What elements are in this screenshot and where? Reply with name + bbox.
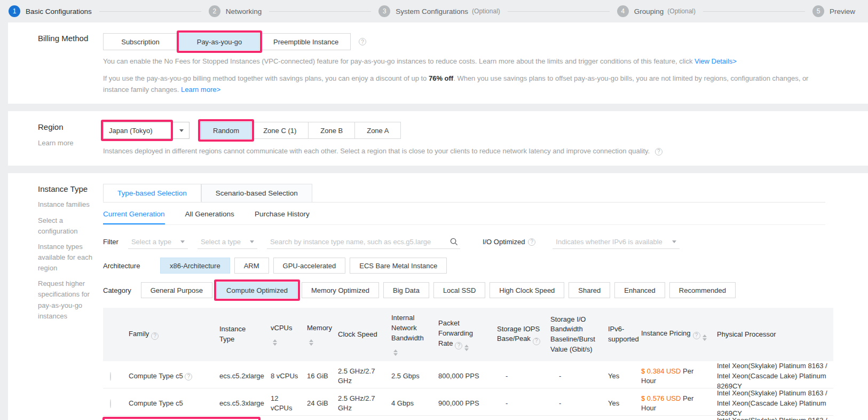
select-configuration-link[interactable]: Select a configuration: [38, 215, 103, 237]
dropdown-placeholder: Select a type: [201, 238, 241, 246]
price-value: $ 0.384 USD: [641, 367, 681, 375]
cat-enhanced-button[interactable]: Enhanced: [614, 282, 665, 298]
filter-row: Filter Select a type Select a type: [103, 235, 825, 249]
zone-random-button[interactable]: Random: [201, 122, 251, 139]
region-learn-more-link[interactable]: Learn more: [38, 138, 103, 149]
processor-cell: Intel Xeon(Skylake) Platinum 8163 / Inte…: [713, 361, 833, 392]
sort-icon[interactable]: [273, 339, 277, 346]
step-number-badge: 2: [209, 5, 220, 17]
billing-method-section: Billing Method Subscription Pay-as-you-g…: [8, 22, 868, 104]
tab-scenario-based-selection[interactable]: Scenario-based Selection: [201, 184, 312, 202]
sort-icon[interactable]: [393, 349, 398, 356]
ipv6-cell: Yes: [604, 371, 637, 382]
billing-note-2: If you use the pay-as-you-go billing met…: [103, 73, 825, 96]
chevron-down-icon: [250, 240, 254, 243]
col-storage-iops: Storage IOPS Base/Peak?: [493, 324, 546, 345]
billing-pay-as-you-go-label: Pay-as-you-go: [197, 38, 242, 46]
billing-help-icon[interactable]: ?: [359, 38, 366, 45]
region-select[interactable]: Japan (Tokyo): [103, 122, 190, 139]
ipv6-filter-dropdown[interactable]: Indicates whether IPv6 is available: [553, 235, 680, 249]
architecture-label: Architecture: [103, 262, 151, 270]
stepper-connector: [508, 11, 610, 12]
request-higher-specs-link[interactable]: Request higher specifications for pay-as…: [38, 278, 103, 322]
ecs-purchase-page: 1 Basic Configurations 2 Networking 3 Sy…: [0, 0, 868, 420]
sort-icon[interactable]: [703, 335, 707, 341]
table-row-c5-2xlarge: Compute Type c5 ? ecs.c5.2xlarge 8 vCPUs…: [103, 361, 833, 388]
col-instance-type: Instance Type: [215, 324, 266, 345]
instance-families-link[interactable]: Instance families: [38, 199, 103, 210]
arch-x86-button[interactable]: x86-Architecture: [160, 258, 230, 274]
subtab-all-generations[interactable]: All Generations: [185, 210, 234, 224]
pricing-cell: $ 0.576 USD Per Hour: [637, 394, 713, 414]
filter-label: Filter: [103, 238, 119, 246]
instance-search-input[interactable]: [267, 238, 448, 246]
type-filter-dropdown-1[interactable]: Select a type: [128, 235, 188, 249]
family-help-icon[interactable]: ?: [151, 332, 159, 340]
billing-note-2-text: If you use the pay-as-you-go billing met…: [103, 74, 429, 82]
step-optional-label: (Optional): [667, 7, 696, 15]
step-number-badge: 1: [9, 5, 20, 17]
billing-preemptible-button[interactable]: Preemptible Instance: [261, 33, 351, 50]
arch-arm-button[interactable]: ARM: [234, 258, 269, 274]
zone-c-button[interactable]: Zone C (1): [251, 122, 309, 139]
step-system-configurations[interactable]: 3 System Configurations (Optional): [378, 5, 500, 17]
col-instance-pricing: Instance Pricing?: [637, 329, 713, 341]
step-label: Basic Configurations: [26, 7, 92, 15]
row-radio[interactable]: [110, 372, 111, 381]
cat-memory-optimized-button[interactable]: Memory Optimized: [302, 282, 379, 298]
storage-io-cell: -: [546, 371, 604, 382]
family-cell: Compute Type c5: [124, 399, 215, 409]
view-details-link[interactable]: View Details>: [695, 57, 737, 65]
instance-types-available-link[interactable]: Instance types available for each region: [38, 242, 103, 274]
region-help-icon[interactable]: ?: [655, 148, 662, 155]
vcpus-cell: 8 vCPUs: [266, 371, 303, 382]
tab-type-based-selection[interactable]: Type-based Selection: [103, 184, 201, 202]
arch-gpu-button[interactable]: GPU-accelerated: [273, 258, 346, 274]
subtab-purchase-history[interactable]: Purchase History: [255, 210, 310, 224]
subtab-current-generation[interactable]: Current Generation: [103, 210, 165, 224]
annotation-box-selected-row: [102, 417, 261, 420]
sort-icon[interactable]: [309, 339, 313, 346]
zone-b-button[interactable]: Zone B: [308, 122, 355, 139]
cat-compute-optimized-button[interactable]: Compute Optimized: [217, 282, 297, 298]
cat-high-clock-speed-button[interactable]: High Clock Speed: [490, 282, 564, 298]
arch-bare-metal-button[interactable]: ECS Bare Metal Instance: [350, 258, 447, 274]
step-grouping[interactable]: 4 Grouping (Optional): [617, 5, 696, 17]
family-row-help-icon[interactable]: ?: [185, 373, 192, 380]
step-number-badge: 3: [378, 5, 390, 17]
step-basic-configurations[interactable]: 1 Basic Configurations: [9, 5, 92, 17]
category-label: Category: [103, 286, 131, 294]
iops-help-icon[interactable]: ?: [533, 338, 540, 345]
zone-a-button[interactable]: Zone A: [354, 122, 401, 139]
region-section: Region Learn more Japan (Tokyo) Random: [8, 111, 868, 166]
table-row-c5-3xlarge: Compute Type c5 ecs.c5.3xlarge 12 vCPUs …: [103, 388, 833, 416]
pricing-help-icon[interactable]: ?: [693, 332, 700, 339]
learn-more-link[interactable]: Learn more>: [181, 85, 220, 94]
io-optimized-help-icon[interactable]: ?: [528, 238, 535, 246]
type-filter-dropdown-2[interactable]: Select a type: [198, 235, 257, 249]
pps-help-icon[interactable]: ?: [455, 342, 462, 349]
billing-pay-as-you-go-button[interactable]: Pay-as-you-go: [179, 33, 259, 50]
cat-local-ssd-button[interactable]: Local SSD: [433, 282, 485, 298]
step-label: Networking: [226, 7, 262, 15]
billing-subscription-button[interactable]: Subscription: [103, 33, 178, 50]
sort-icon[interactable]: [464, 345, 469, 351]
search-icon[interactable]: [450, 238, 458, 246]
cat-shared-button[interactable]: Shared: [569, 282, 610, 298]
region-note-text: Instances deployed in different regions …: [103, 147, 650, 155]
billing-note-1: You can enable the No Fees for Stopped I…: [103, 56, 825, 67]
row-radio[interactable]: [110, 399, 111, 408]
table-header-row: Family? Instance Type vCPUs Memory Clock…: [103, 308, 833, 361]
cat-big-data-button[interactable]: Big Data: [383, 282, 429, 298]
step-networking[interactable]: 2 Networking: [209, 5, 262, 17]
cat-recommended-button[interactable]: Recommended: [669, 282, 736, 298]
pps-cell: 800,000 PPS: [434, 371, 493, 382]
iops-cell: -: [493, 371, 546, 382]
zone-button-group: Random Zone C (1) Zone B Zone A: [201, 122, 401, 139]
step-label: System Configurations: [396, 7, 468, 15]
dropdown-placeholder: Indicates whether IPv6 is available: [556, 238, 662, 246]
discount-value: 76% off: [429, 74, 453, 82]
step-preview[interactable]: 5 Preview: [812, 5, 855, 17]
cat-general-purpose-button[interactable]: General Purpose: [141, 282, 212, 298]
architecture-row: Architecture x86-Architecture ARM GPU-ac…: [103, 258, 825, 274]
